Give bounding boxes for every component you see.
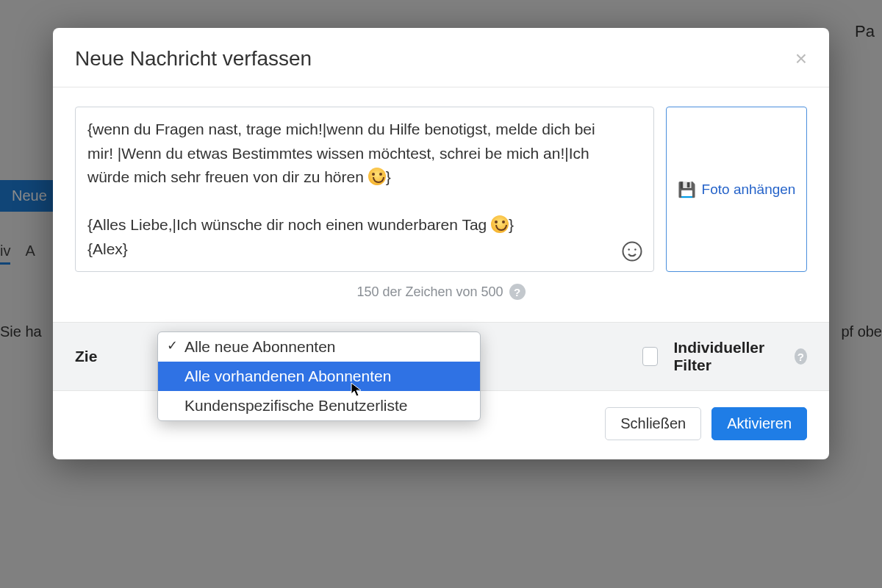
- bg-subtab-iv[interactable]: iv: [0, 243, 10, 265]
- msg-line5a: {Alles Liebe,|Ich wünsche dir noch einen…: [87, 216, 491, 233]
- bg-line-left: Sie ha: [0, 323, 42, 340]
- svg-point-1: [628, 249, 630, 251]
- smile-emoji-icon: [368, 168, 386, 185]
- bg-partial-text: Pa: [855, 22, 875, 41]
- compose-message-modal: Neue Nachricht verfassen × {wenn du Frag…: [53, 28, 829, 459]
- target-dropdown[interactable]: Alle neue Abonnenten Alle vorhandenen Ab…: [157, 331, 481, 421]
- modal-title: Neue Nachricht verfassen: [75, 47, 312, 71]
- dropdown-option-new-subscribers[interactable]: Alle neue Abonnenten: [158, 332, 480, 362]
- compose-row: {wenn du Fragen nast, trage mich!|wenn d…: [75, 107, 807, 272]
- help-icon[interactable]: ?: [509, 284, 526, 300]
- close-icon[interactable]: ×: [795, 49, 807, 69]
- emoji-picker-icon[interactable]: [621, 240, 643, 262]
- close-button[interactable]: Schließen: [605, 407, 701, 440]
- individual-filter-label: Individueller Filter: [674, 339, 778, 374]
- bg-subtab-a[interactable]: A: [25, 243, 35, 265]
- modal-header: Neue Nachricht verfassen ×: [53, 28, 829, 87]
- smile-emoji-icon: [491, 215, 509, 233]
- msg-line3b: }: [386, 168, 391, 185]
- char-counter-text: 150 der Zeichen von 500: [356, 284, 503, 300]
- bg-tab-new[interactable]: Neue: [0, 180, 59, 212]
- msg-line5b: }: [509, 216, 514, 233]
- target-label: Zie: [75, 348, 97, 365]
- activate-button[interactable]: Aktivieren: [711, 407, 807, 440]
- msg-line1: {wenn du Fragen nast, trage mich!|wenn d…: [87, 121, 537, 137]
- svg-point-0: [623, 243, 642, 261]
- target-section: Zie ? Individueller Filter ? Alle neue A…: [53, 322, 829, 391]
- bg-line-right: pf obe: [841, 323, 882, 340]
- floppy-icon: 💾: [678, 181, 696, 198]
- dropdown-option-custom-list[interactable]: Kundenspezifische Benutzerliste: [158, 391, 480, 420]
- svg-point-2: [634, 249, 637, 251]
- message-textarea[interactable]: {wenn du Fragen nast, trage mich!|wenn d…: [75, 107, 654, 272]
- msg-line6: {Alex}: [87, 240, 128, 257]
- attach-photo-button[interactable]: 💾 Foto anhängen: [666, 107, 807, 272]
- modal-body: {wenn du Fragen nast, trage mich!|wenn d…: [53, 87, 829, 322]
- char-counter: 150 der Zeichen von 500 ?: [75, 272, 807, 315]
- bg-subtabs: iv A: [0, 243, 35, 265]
- help-icon[interactable]: ?: [795, 348, 807, 365]
- dropdown-option-existing-subscribers[interactable]: Alle vorhandenen Abonnenten: [158, 362, 480, 391]
- attach-photo-label: Foto anhängen: [702, 182, 796, 198]
- individual-filter-checkbox[interactable]: [642, 347, 658, 366]
